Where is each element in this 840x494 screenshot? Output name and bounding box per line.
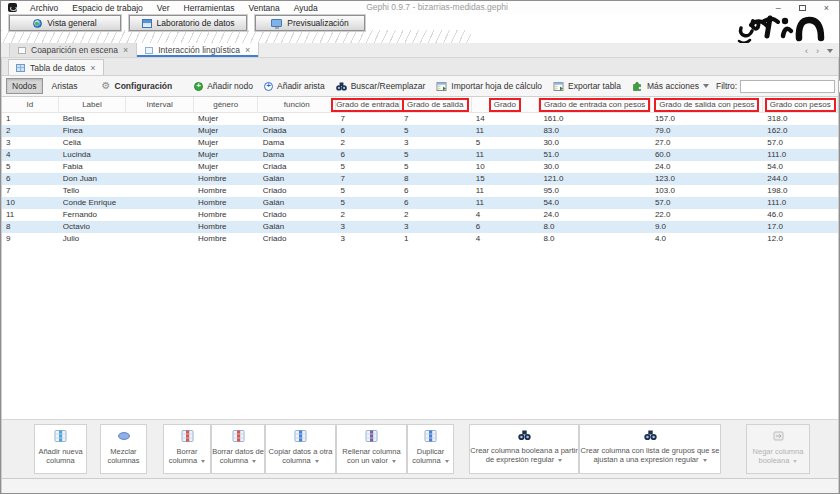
cell-grado-de-salida-con-pesos: 22.0 <box>651 209 763 221</box>
menu-item-espacio-de-trabajo[interactable]: Espacio de trabajo <box>65 3 149 13</box>
crear-columna-con-lista-de-grupos-que-se-ajustan-a-una-expresion-regular-button[interactable]: Crear columna con lista de grupos que se… <box>579 424 721 474</box>
cell-grado-de-salida: 3 <box>400 221 472 233</box>
add-node-icon: + <box>194 82 203 91</box>
configuration-button[interactable]: ⚙ Configuración <box>98 79 177 93</box>
cell-grado-de-entrada: 7 <box>336 113 400 125</box>
column-header-grado-de-entrada[interactable]: Grado de entrada <box>336 97 400 112</box>
view-button-previsualizacion[interactable]: Previsualización <box>255 15 365 31</box>
cell-genero: Mujer <box>194 113 259 125</box>
rellenar-columna-con-un-valor-button[interactable]: Rellenar columna con un valor <box>336 424 407 474</box>
add-node-label: Añadir nodo <box>207 81 253 91</box>
tab-tabla-de-datos[interactable]: Tabla de datos × <box>8 59 104 75</box>
view-button-laboratorio-de-datos[interactable]: Laboratorio de datos <box>129 15 247 31</box>
menu-item-ventana[interactable]: Ventana <box>242 3 287 13</box>
cell-grado-de-entrada-con-pesos: 95.0 <box>539 185 650 197</box>
cell-id: 6 <box>2 173 59 185</box>
cell-grado-de-entrada-con-pesos: 30.0 <box>539 137 650 149</box>
filter-input[interactable] <box>740 80 835 93</box>
table-row[interactable]: 6Don JuanHombreGalán7815121.0123.0244.0 <box>2 173 838 185</box>
table-row[interactable]: 7TelloHombreCriado561195.0103.0198.0 <box>2 185 838 197</box>
scroll-left-icon[interactable]: ‹ <box>805 46 808 56</box>
cell-grado-de-salida: 6 <box>400 185 472 197</box>
column-header-interval[interactable]: Interval <box>126 97 194 112</box>
workspace-icon <box>18 47 26 54</box>
workspace-tab-coaparicion-en-escena[interactable]: Coaparición en escena× <box>9 43 137 57</box>
chevron-down-icon <box>558 459 562 462</box>
export-table-button[interactable]: Exportar tabla <box>549 79 625 93</box>
table-row[interactable]: 9JulioHombreCriado3148.04.012.0 <box>2 233 838 245</box>
crear-columna-booleana-a-partir-de-expresion-regular-button[interactable]: Crear columna booleana a partir de expre… <box>469 424 579 474</box>
minimize-icon[interactable]: – <box>776 3 781 13</box>
cell-genero: Hombre <box>194 173 259 185</box>
cell-funcion: Dama <box>259 137 337 149</box>
column-header-grado-de-salida[interactable]: Grado de salida <box>400 97 472 112</box>
table-row[interactable]: 10Conde EnriqueHombreGalán561154.057.011… <box>2 197 838 209</box>
add-edge-button[interactable]: + Añadir arista <box>260 79 329 93</box>
action-button-label: Crear columna con lista de grupos que se… <box>580 446 720 464</box>
chevron-down-icon <box>793 460 797 463</box>
close-icon[interactable]: × <box>245 46 250 54</box>
column-header-genero[interactable]: género <box>194 97 259 112</box>
borrar-datos-de-columna-button[interactable]: Borrar datos de columna <box>211 424 265 474</box>
add-node-button[interactable]: + Añadir nodo <box>190 79 257 93</box>
cell-label: Fernando <box>59 209 127 221</box>
column-header-id[interactable]: Id <box>2 97 59 112</box>
column-header-grado-de-entrada-con-pesos[interactable]: Grado de entrada con pesos <box>539 97 651 112</box>
cell-grado-con-pesos: 111.0 <box>763 149 838 161</box>
spreadsheet-import-icon <box>436 81 447 91</box>
scroll-right-icon[interactable]: › <box>816 46 819 56</box>
column-header-label[interactable]: Label <box>59 97 127 112</box>
close-icon[interactable]: × <box>824 3 829 13</box>
action-button-label: Mezclar columnas <box>101 447 146 465</box>
copiar-datos-a-otra-columna-button[interactable]: Copiar datos a otra columna <box>265 424 336 474</box>
column-header-funcion[interactable]: función <box>258 97 336 112</box>
anadir-nueva-columna-button[interactable]: Añadir nueva columna <box>34 424 87 474</box>
cell-label: Don Juan <box>59 173 127 185</box>
cell-grado: 10 <box>472 161 540 173</box>
menu-item-ver[interactable]: Ver <box>150 3 177 13</box>
search-replace-button[interactable]: Buscar/Reemplazar <box>332 79 430 93</box>
table-row[interactable]: 11FernandoHombreCriado22424.022.046.0 <box>2 209 838 221</box>
binoculars-icon <box>336 82 347 91</box>
cell-grado-con-pesos: 111.0 <box>763 197 838 209</box>
cell-grado: 11 <box>472 197 540 209</box>
cell-funcion: Criado <box>259 185 337 197</box>
more-actions-button[interactable]: Más acciones <box>628 79 713 93</box>
tab-list-icon[interactable] <box>827 49 833 53</box>
import-spreadsheet-button[interactable]: Importar hoja de cálculo <box>432 79 546 93</box>
table-row[interactable]: 5FabiaMujerCriada551030.024.054.0 <box>2 161 838 173</box>
borrar-columna-button[interactable]: Borrar columna <box>163 424 211 474</box>
cell-genero: Hombre <box>194 221 259 233</box>
column-header-grado-de-salida-con-pesos[interactable]: Grado de salida con pesos <box>651 97 763 112</box>
cell-id: 10 <box>2 197 59 209</box>
workspace-tab-interaccion-linguistica[interactable]: Interacción lingüística× <box>137 43 259 57</box>
column-header-grado-con-pesos[interactable]: Grado con pesos <box>763 97 838 112</box>
panel-tab-label: Tabla de datos <box>30 63 85 73</box>
table-row[interactable]: 2FineaMujerCriada651183.079.0162.0 <box>2 125 838 137</box>
negate-column-icon <box>772 430 785 444</box>
menu-item-archivo[interactable]: Archivo <box>23 3 65 13</box>
nodes-toggle[interactable]: Nodos <box>6 78 43 94</box>
table-row[interactable]: 4LucindaMujerDama651151.060.0111.0 <box>2 149 838 161</box>
view-button-vista-general[interactable]: Vista general <box>9 15 121 31</box>
workspace-tab-label: Interacción lingüística <box>158 45 240 55</box>
data-laboratory-panel: Tabla de datos × Nodos Aristas ⚙ Configu… <box>1 58 839 493</box>
maximize-icon[interactable] <box>799 5 806 11</box>
close-icon[interactable]: × <box>90 64 95 72</box>
table-row[interactable]: 1BelisaMujerDama7714161.0157.0318.0 <box>2 113 838 125</box>
cell-genero: Hombre <box>194 233 259 245</box>
column-header-grado[interactable]: Grado <box>472 97 540 112</box>
table-header-row: IdLabelIntervalgénerofunciónGrado de ent… <box>2 97 838 113</box>
table-row[interactable]: 8OctavioHombreGalán3368.09.017.0 <box>2 221 838 233</box>
menu-item-herramientas[interactable]: Herramientas <box>177 3 242 13</box>
table-row[interactable]: 3CeliaMujerDama23530.027.057.0 <box>2 137 838 149</box>
cell-genero: Hombre <box>194 185 259 197</box>
cell-id: 5 <box>2 161 59 173</box>
menu-item-ayuda[interactable]: Ayuda <box>287 3 325 13</box>
edges-toggle[interactable]: Aristas <box>46 78 84 94</box>
close-icon[interactable]: × <box>123 46 128 54</box>
mezclar-columnas-button[interactable]: Mezclar columnas <box>100 424 147 474</box>
column-header-label: Id <box>26 100 33 109</box>
cell-genero: Mujer <box>194 161 259 173</box>
duplicar-columna-button[interactable]: Duplicar columna <box>407 424 454 474</box>
